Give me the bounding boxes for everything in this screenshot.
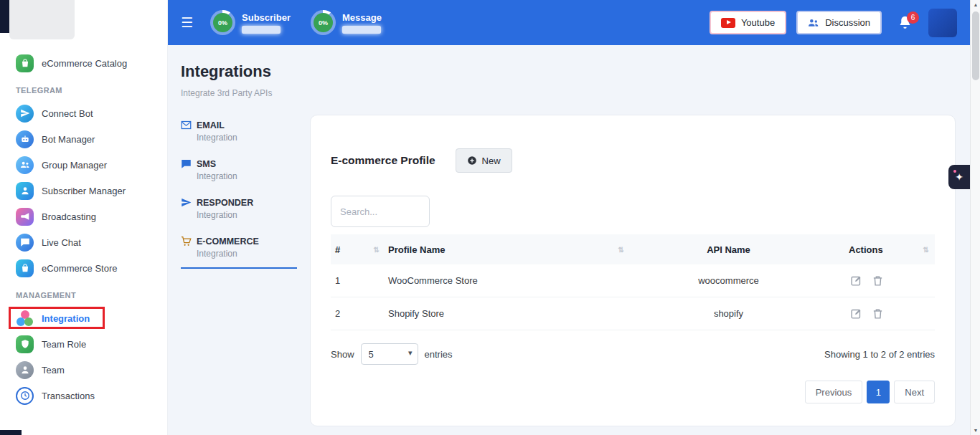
- subnav-item-title: EMAIL: [197, 120, 225, 130]
- page-subtitle: Integrate 3rd Party APIs: [181, 88, 272, 98]
- column-header-actions: Actions: [849, 244, 883, 255]
- discussion-people-icon: [808, 17, 819, 29]
- subnav-item-subtitle: Integration: [197, 210, 297, 220]
- subscriber-usage-stat: 0% Subscriber: [210, 10, 291, 35]
- sort-icon[interactable]: ⇅: [618, 246, 624, 254]
- new-profile-button[interactable]: New: [456, 148, 512, 173]
- redacted-value-bar: [242, 26, 281, 34]
- notifications-bell-icon[interactable]: 6: [897, 15, 913, 30]
- subnav-item-responder[interactable]: RESPONDER Integration: [181, 197, 297, 220]
- subnav-item-email[interactable]: EMAIL Integration: [181, 120, 297, 143]
- youtube-button[interactable]: Youtube: [710, 11, 786, 34]
- next-page-button[interactable]: Next: [894, 381, 935, 403]
- sidebar-item-label: Subscriber Manager: [42, 186, 126, 196]
- youtube-button-label: Youtube: [741, 17, 775, 28]
- search-input[interactable]: [331, 196, 430, 227]
- sidebar-item-label: eCommerce Catalog: [42, 58, 127, 69]
- sidebar-item-team-role[interactable]: Team Role: [0, 331, 168, 357]
- table-row: 1 WooCommerce Store woocommerce: [331, 264, 935, 297]
- row-number: 2: [331, 308, 388, 319]
- scroll-up-arrow-icon[interactable]: ▲: [971, 2, 980, 7]
- scrollbar-thumb[interactable]: [972, 11, 979, 80]
- current-page-button[interactable]: 1: [867, 381, 890, 403]
- edit-button[interactable]: [850, 274, 862, 287]
- sidebar-item-label: Team: [42, 365, 65, 376]
- profiles-table: # ⇅ Profile Name ⇅ API Name Actions ⇅ 1 …: [331, 234, 935, 330]
- telegram-plane-icon: [16, 105, 34, 123]
- sidebar-item-label: Transactions: [42, 391, 95, 401]
- subnav-item-title: SMS: [197, 159, 216, 169]
- subnav-item-subtitle: Integration: [197, 249, 297, 259]
- topbar-right-cluster: Youtube Discussion 6: [710, 9, 957, 37]
- row-number: 1: [331, 275, 388, 286]
- delete-button[interactable]: [872, 307, 884, 320]
- topbar: ☰ 0% Subscriber 0% Message Youtube Discu…: [168, 0, 970, 45]
- table-header-row: # ⇅ Profile Name ⇅ API Name Actions ⇅: [331, 234, 935, 264]
- column-header-api-name: API Name: [707, 244, 750, 255]
- robot-icon: [16, 130, 34, 148]
- sidebar-item-group-manager[interactable]: Group Manager: [0, 152, 168, 178]
- ai-assistant-button[interactable]: ✦: [948, 165, 970, 189]
- subscriber-stat-label: Subscriber: [242, 12, 291, 23]
- sort-icon[interactable]: ⇅: [923, 246, 929, 254]
- sidebar-section-telegram: TELEGRAM: [0, 76, 168, 100]
- sort-icon[interactable]: ⇅: [374, 246, 380, 254]
- sparkle-icon: ✦: [955, 171, 963, 183]
- table-row: 2 Shopify Store shopify: [331, 297, 935, 330]
- subscriber-person-icon: [16, 182, 34, 200]
- shield-person-icon: [16, 335, 34, 353]
- sidebar-item-bot-manager[interactable]: Bot Manager: [0, 126, 168, 152]
- pencil-square-icon: [850, 274, 862, 287]
- sidebar-item-ecommerce-catalog[interactable]: eCommerce Catalog: [0, 50, 168, 76]
- entries-label: entries: [425, 349, 453, 360]
- plus-circle-icon: [467, 156, 477, 166]
- message-stat-label: Message: [342, 12, 382, 23]
- sidebar-item-live-chat[interactable]: Live Chat: [0, 229, 168, 255]
- people-group-icon: [16, 156, 34, 174]
- subscriber-progress-donut: 0%: [210, 10, 235, 35]
- sidebar-item-broadcasting[interactable]: Broadcasting: [0, 204, 168, 229]
- sidebar-item-ecommerce-store[interactable]: eCommerce Store: [0, 255, 168, 281]
- app-logo[interactable]: [9, 0, 75, 39]
- sidebar-item-team[interactable]: Team: [0, 357, 168, 383]
- show-label: Show: [331, 349, 354, 360]
- ecommerce-profile-card: E-commerce Profile New # ⇅ Profile Name …: [310, 115, 956, 426]
- scroll-down-arrow-icon[interactable]: ▼: [971, 428, 980, 433]
- sidebar-item-connect-bot[interactable]: Connect Bot: [0, 100, 168, 126]
- trash-icon: [872, 307, 884, 320]
- previous-page-button[interactable]: Previous: [805, 381, 863, 403]
- subnav-item-ecommerce[interactable]: E-COMMERCE Integration: [181, 236, 297, 269]
- integration-subnav: EMAIL Integration SMS Integration RESPON…: [181, 120, 297, 285]
- subnav-item-sms[interactable]: SMS Integration: [181, 158, 297, 181]
- sidebar-item-transactions[interactable]: Transactions: [0, 383, 168, 408]
- table-footer: Show 5 ▾ entries Showing 1 to 2 of 2 ent…: [331, 343, 935, 365]
- discussion-button[interactable]: Discussion: [796, 11, 882, 34]
- integration-dots-icon: [16, 310, 34, 328]
- sidebar-item-subscriber-manager[interactable]: Subscriber Manager: [0, 178, 168, 204]
- column-header-number: #: [335, 244, 340, 255]
- transactions-clock-icon: [16, 387, 34, 405]
- entries-per-page-select[interactable]: 5: [361, 343, 418, 365]
- sidebar-item-label: Connect Bot: [42, 108, 93, 119]
- sidebar-corner-decoration-bottom: [0, 430, 22, 435]
- sidebar-item-label: eCommerce Store: [42, 263, 117, 274]
- store-bag-icon: [16, 259, 34, 277]
- api-name-cell: woocommerce: [644, 275, 813, 286]
- notification-count-badge: 6: [907, 11, 919, 24]
- sidebar-item-label: Integration: [42, 313, 90, 324]
- sidebar-item-label: Bot Manager: [42, 134, 95, 145]
- sidebar: eCommerce Catalog TELEGRAM Connect Bot B…: [0, 0, 168, 435]
- main-content: Integrations Integrate 3rd Party APIs EM…: [168, 45, 970, 435]
- discussion-button-label: Discussion: [825, 17, 870, 28]
- delete-button[interactable]: [872, 274, 884, 287]
- paper-plane-icon: [181, 197, 192, 208]
- hamburger-menu-icon[interactable]: ☰: [181, 14, 193, 31]
- page-scrollbar[interactable]: ▲ ▼: [970, 0, 980, 435]
- column-header-profile-name: Profile Name: [388, 244, 445, 255]
- edit-button[interactable]: [850, 307, 862, 320]
- user-avatar[interactable]: [928, 9, 957, 37]
- megaphone-icon: [16, 208, 34, 226]
- profile-name-cell: Shopify Store: [388, 308, 644, 319]
- sidebar-item-integration[interactable]: Integration: [0, 305, 168, 331]
- subnav-item-subtitle: Integration: [197, 171, 297, 181]
